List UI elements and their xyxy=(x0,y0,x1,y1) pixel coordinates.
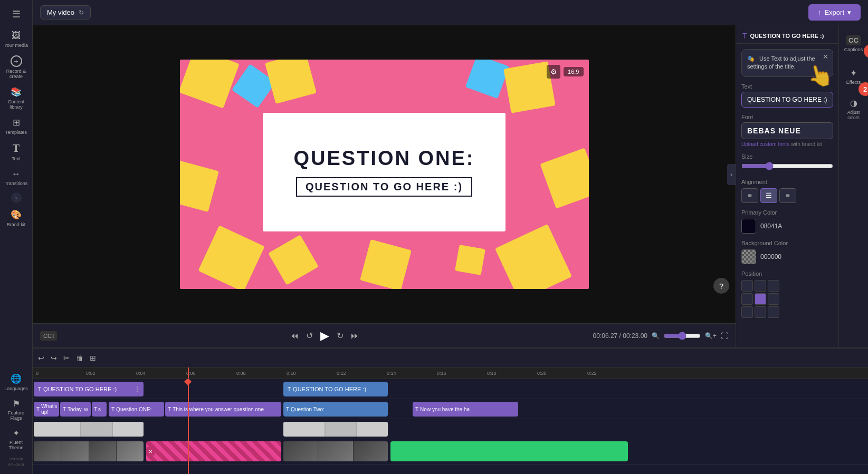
annotation-2: 2 xyxy=(859,82,869,96)
align-right-btn[interactable]: ≡ xyxy=(779,188,796,203)
pos-mc[interactable] xyxy=(755,293,766,305)
pos-br[interactable] xyxy=(768,306,779,318)
aspect-ratio-badge: 16:9 xyxy=(564,67,583,76)
clip-white-2[interactable] xyxy=(283,422,388,437)
size-label: Size xyxy=(741,153,833,160)
add-media-btn[interactable]: ⊞ xyxy=(90,354,96,362)
white-card[interactable]: QUESTION ONE: QUESTION TO GO HERE :) xyxy=(263,113,505,231)
align-left-btn[interactable]: ≡ xyxy=(741,188,758,203)
zoom-in-btn[interactable]: 🔍+ xyxy=(705,332,717,340)
sidebar-item-languages[interactable]: 🌐 Languages xyxy=(2,370,31,394)
track-row-2: TWhat's up! TToday, w Ts TQuestion ONE: xyxy=(33,399,868,419)
ruler-mark-06: 0:06 xyxy=(185,371,235,376)
question-subtitle-text[interactable]: QUESTION TO GO HERE :) xyxy=(296,177,472,197)
ruler-mark-04: 0:04 xyxy=(135,371,185,376)
cc-button[interactable]: CC⃞ xyxy=(40,331,57,341)
clip-s[interactable]: Ts xyxy=(92,402,107,417)
save-indicator: ↻ xyxy=(79,9,84,16)
canvas-viewport: QUESTION ONE: QUESTION TO GO HERE :) ⚙ xyxy=(33,25,736,323)
canvas-settings-btn[interactable]: ⚙ xyxy=(547,65,560,79)
font-selector[interactable]: BEBAS NEUE xyxy=(741,122,833,139)
sidebar-item-brand[interactable]: 🎨 Brand kit xyxy=(2,206,31,230)
bg-color-swatch[interactable] xyxy=(741,249,756,264)
pos-bl[interactable] xyxy=(741,306,753,318)
sidebar-collapse-btn[interactable]: › xyxy=(11,192,22,203)
time-display: 00:06.27 / 00:23.00 xyxy=(593,332,647,340)
clip-this-is-where[interactable]: TThis is where you answer question one xyxy=(165,402,281,417)
right-vert-tabs: CC Captions 1 ✦ Effects xyxy=(838,25,868,347)
tooltip-close-btn[interactable]: ✕ xyxy=(823,53,828,61)
text-input[interactable] xyxy=(741,92,833,108)
clip-whatsup[interactable]: TWhat's up! xyxy=(34,402,59,417)
play-pause-btn[interactable]: ▶ xyxy=(320,329,329,343)
track-row-1: T QUESTION TO GO HERE :) ⋮ T QUESTION TO… xyxy=(33,379,868,399)
timeline-ruler: 0 0:02 0:04 0:06 0:08 0:10 0:12 0:14 0:1… xyxy=(33,367,868,379)
timeline-area: ↩ ↪ ✂ 🗑 ⊞ 0 0:02 0:04 xyxy=(33,347,868,474)
ruler-mark-18: 0:18 xyxy=(486,371,536,376)
track-content-video[interactable]: ✕ xyxy=(33,439,868,464)
canvas-frame[interactable]: QUESTION ONE: QUESTION TO GO HERE :) ⚙ xyxy=(180,60,589,289)
track-row-3 xyxy=(33,419,868,439)
clip-now-you[interactable]: TNow you have the ha xyxy=(413,402,518,417)
sidebar-item-feature-flags[interactable]: ⚑ FeatureFlags xyxy=(2,395,31,424)
cut-btn[interactable]: ✂ xyxy=(63,354,70,362)
clip-white-1[interactable] xyxy=(34,422,144,437)
ruler-mark-10: 0:10 xyxy=(285,371,336,376)
skip-forward-btn[interactable]: ⏭ xyxy=(351,331,359,341)
text-field-label: Text xyxy=(741,83,833,90)
track-content-3 xyxy=(33,419,868,439)
pos-bc[interactable] xyxy=(755,306,766,318)
export-icon: ↑ xyxy=(818,8,822,16)
sidebar-item-your-media[interactable]: 🖼 Your media xyxy=(2,27,31,51)
sidebar-hamburger[interactable]: ☰ xyxy=(2,4,31,24)
primary-color-value: 08041A xyxy=(760,223,782,230)
sidebar-item-transitions[interactable]: ↔ Transitions xyxy=(2,166,31,189)
track-content-1: T QUESTION TO GO HERE :) ⋮ T QUESTION TO… xyxy=(33,379,868,399)
delete-marker-1: ✕ xyxy=(146,447,155,456)
sidebar-version: Version8Se2b0f xyxy=(6,454,26,470)
canvas-area: QUESTION ONE: QUESTION TO GO HERE :) ⚙ xyxy=(33,25,736,347)
bg-color-label: Background Color xyxy=(741,240,833,246)
redo-btn[interactable]: ↪ xyxy=(51,354,57,362)
zoom-out-btn[interactable]: 🔍 xyxy=(652,332,660,340)
help-button[interactable]: ? xyxy=(713,278,729,294)
sidebar-item-text[interactable]: T Text xyxy=(2,139,31,165)
pos-ml[interactable] xyxy=(741,293,753,305)
delete-btn[interactable]: 🗑 xyxy=(76,354,83,362)
zoom-slider[interactable] xyxy=(664,332,701,340)
bg-color-value: 000000 xyxy=(760,253,781,260)
clip-question-two[interactable]: TQuestion Two: xyxy=(283,402,388,417)
primary-color-swatch[interactable] xyxy=(741,219,756,234)
clip-question-2[interactable]: T QUESTION TO GO HERE :) xyxy=(283,382,388,396)
size-slider[interactable] xyxy=(741,162,833,170)
clip-question-1[interactable]: T QUESTION TO GO HERE :) ⋮ xyxy=(34,382,144,396)
ruler-mark-02: 0:02 xyxy=(85,371,135,376)
right-panel-wrapper: T QUESTION TO GO HERE :) 🎭 Use Text to a… xyxy=(736,25,868,347)
skip-back-btn[interactable]: ⏮ xyxy=(290,331,299,341)
pos-tl[interactable] xyxy=(741,280,753,292)
pos-mr[interactable] xyxy=(768,293,779,305)
fast-forward-btn[interactable]: ↻ xyxy=(337,331,344,341)
pos-tc[interactable] xyxy=(755,280,766,292)
sidebar-item-content-library[interactable]: 📚 Contentlibrary xyxy=(2,83,31,113)
adjust-colors-tab[interactable]: ◑ Adjust colors xyxy=(841,95,867,123)
project-name[interactable]: My video ↻ xyxy=(40,5,91,20)
pos-tr[interactable] xyxy=(768,280,779,292)
fullscreen-btn[interactable]: ⛶ xyxy=(721,332,728,340)
ruler-mark-20: 0:20 xyxy=(536,371,586,376)
clip-today[interactable]: TToday, w xyxy=(60,402,91,417)
position-label: Position xyxy=(741,270,833,277)
undo-btn[interactable]: ↩ xyxy=(38,354,44,362)
panel-header: T QUESTION TO GO HERE :) xyxy=(736,25,838,44)
export-button[interactable]: ↑ Export ▾ xyxy=(808,4,861,21)
ruler-mark-0: 0 xyxy=(35,371,85,376)
sidebar-item-templates[interactable]: ⊞ Templates xyxy=(2,114,31,138)
expand-panel-btn[interactable]: › xyxy=(727,164,736,185)
align-center-btn[interactable]: ☰ xyxy=(760,188,777,203)
captions-tab[interactable]: CC Captions xyxy=(841,30,867,58)
track-row-video: ✕ xyxy=(33,439,868,465)
rewind-btn[interactable]: ↺ xyxy=(306,331,313,341)
sidebar-item-record-create[interactable]: + Record &create xyxy=(2,52,31,82)
sidebar-item-fluent-theme[interactable]: ✦ FluentTheme xyxy=(2,425,31,453)
clip-question-one[interactable]: TQuestion ONE: xyxy=(109,402,164,417)
